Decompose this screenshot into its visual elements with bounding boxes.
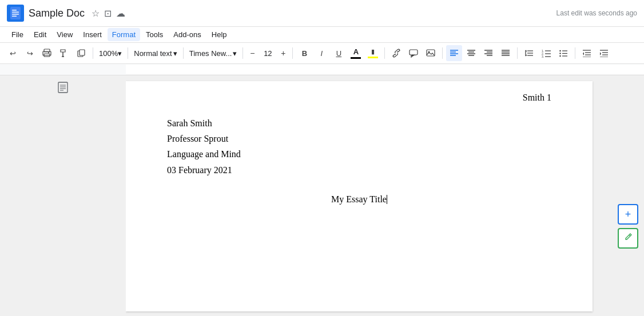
- ruler-inner: [126, 65, 644, 75]
- professor-name: Professor Sprout: [167, 131, 551, 146]
- separator-6: [384, 47, 385, 59]
- author-name: Sarah Smith: [167, 115, 551, 131]
- date-line: 03 February 2021: [167, 162, 551, 178]
- sidebar-doc-icon[interactable]: [57, 81, 69, 97]
- ruler: [0, 64, 644, 75]
- svg-marker-56: [600, 52, 601, 55]
- align-right-button[interactable]: [480, 45, 496, 61]
- svg-point-46: [560, 55, 562, 57]
- menu-bar: File Edit View Insert Format Tools Add-o…: [0, 27, 644, 43]
- svg-text:3.: 3.: [542, 55, 544, 58]
- title-bar: Sample Doc ☆ ⊡ ☁ Last edit was seconds a…: [0, 0, 644, 27]
- svg-rect-10: [79, 50, 85, 55]
- line-spacing-button[interactable]: [521, 45, 537, 61]
- separator-7: [442, 47, 443, 59]
- last-edit: Last edit was seconds ago: [556, 9, 637, 17]
- bold-button[interactable]: B: [296, 45, 312, 61]
- app-icon: [7, 5, 24, 22]
- clone-button[interactable]: [73, 45, 89, 61]
- text-color-button[interactable]: A: [348, 45, 364, 61]
- page-header: Smith 1: [523, 93, 551, 103]
- underline-button[interactable]: U: [331, 45, 347, 61]
- sidebar-left: [0, 75, 126, 316]
- svg-rect-11: [410, 50, 418, 55]
- svg-rect-3: [12, 14, 19, 15]
- menu-format[interactable]: Format: [108, 28, 140, 41]
- insert-comment-button[interactable]: [406, 45, 422, 61]
- paint-format-button[interactable]: [56, 45, 72, 61]
- cloud-icon[interactable]: ☁: [116, 8, 125, 19]
- insert-link-button[interactable]: [388, 45, 404, 61]
- style-value: Normal text: [134, 49, 172, 58]
- header-text: Smith 1: [523, 93, 551, 102]
- svg-marker-51: [583, 52, 584, 55]
- insert-image-button[interactable]: [423, 45, 439, 61]
- font-size-decrease[interactable]: −: [247, 47, 258, 59]
- redo-button[interactable]: ↪: [22, 45, 38, 61]
- style-select[interactable]: Normal text ▾: [132, 45, 179, 61]
- print-button[interactable]: [39, 45, 55, 61]
- essay-title: My Essay Title: [167, 191, 551, 207]
- zoom-select[interactable]: 100% ▾: [97, 45, 124, 61]
- style-arrow: ▾: [173, 49, 177, 58]
- ordered-list-button[interactable]: 1.2.3.: [538, 45, 554, 61]
- edit-icon: [623, 232, 633, 245]
- undo-button[interactable]: ↩: [5, 45, 21, 61]
- menu-view[interactable]: View: [52, 28, 77, 41]
- add-icon: +: [625, 209, 631, 221]
- svg-rect-4: [12, 16, 17, 17]
- font-value: Times New...: [189, 49, 232, 58]
- increase-indent-button[interactable]: [596, 45, 612, 61]
- menu-edit[interactable]: Edit: [29, 28, 51, 41]
- italic-button[interactable]: I: [313, 45, 329, 61]
- align-center-button[interactable]: [463, 45, 479, 61]
- toolbar: ↩ ↪ 100% ▾ Normal text ▾ Times New... ▾ …: [0, 43, 644, 64]
- highlight-button[interactable]: ▮: [365, 45, 381, 61]
- unordered-list-button[interactable]: [555, 45, 571, 61]
- edit-suggestion-button[interactable]: [618, 228, 638, 249]
- text-cursor: [387, 195, 387, 204]
- align-justify-button[interactable]: [498, 45, 514, 61]
- separator-8: [517, 47, 518, 59]
- svg-rect-12: [427, 50, 435, 56]
- title-icons: ☆ ⊡ ☁: [92, 8, 125, 19]
- svg-line-64: [629, 235, 630, 236]
- font-size-increase[interactable]: +: [277, 47, 289, 59]
- menu-insert[interactable]: Insert: [78, 28, 106, 41]
- page-content[interactable]: Sarah Smith Professor Sprout Language an…: [167, 115, 551, 207]
- svg-rect-1: [12, 10, 17, 11]
- decrease-indent-button[interactable]: [579, 45, 595, 61]
- font-size-wrap: − +: [247, 46, 289, 60]
- separator-1: [93, 47, 93, 59]
- font-size-input[interactable]: [259, 49, 276, 58]
- document-page[interactable]: Smith 1 Sarah Smith Professor Sprout Lan…: [126, 81, 593, 311]
- font-select[interactable]: Times New... ▾: [187, 45, 240, 61]
- svg-rect-59: [58, 82, 67, 93]
- page-area: Smith 1 Sarah Smith Professor Sprout Lan…: [126, 75, 644, 316]
- separator-9: [575, 47, 575, 59]
- zoom-value: 100%: [99, 49, 118, 58]
- menu-help[interactable]: Help: [207, 28, 232, 41]
- zoom-arrow: ▾: [118, 49, 122, 58]
- star-icon[interactable]: ☆: [92, 8, 100, 19]
- svg-point-44: [560, 53, 562, 54]
- doc-title[interactable]: Sample Doc: [29, 7, 85, 19]
- svg-rect-0: [10, 7, 21, 19]
- align-left-button[interactable]: [446, 45, 462, 61]
- font-arrow: ▾: [233, 49, 237, 58]
- add-comment-button[interactable]: +: [618, 204, 638, 225]
- course-name: Language and Mind: [167, 146, 551, 162]
- svg-rect-2: [12, 12, 19, 13]
- separator-2: [128, 47, 128, 59]
- svg-rect-8: [48, 53, 49, 54]
- separator-3: [183, 47, 184, 59]
- menu-file[interactable]: File: [7, 28, 28, 41]
- menu-tools[interactable]: Tools: [141, 28, 168, 41]
- right-actions: +: [618, 204, 638, 249]
- separator-4: [243, 47, 243, 59]
- svg-point-42: [560, 50, 562, 52]
- separator-5: [292, 47, 293, 59]
- main-area: Smith 1 Sarah Smith Professor Sprout Lan…: [0, 75, 644, 316]
- menu-addons[interactable]: Add-ons: [169, 28, 205, 41]
- folder-icon[interactable]: ⊡: [104, 8, 112, 19]
